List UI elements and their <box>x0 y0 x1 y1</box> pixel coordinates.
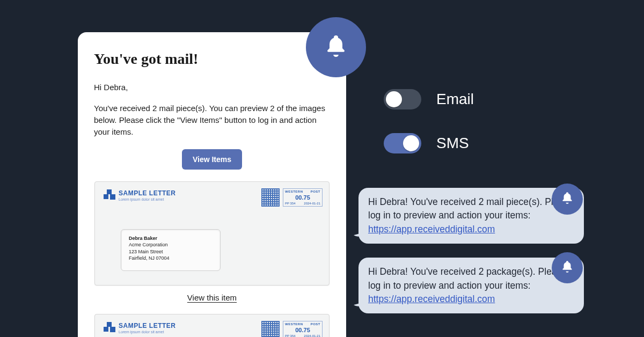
mail-envelope-preview: SAMPLE LETTER Lorem ipsum dolor sit amet… <box>94 181 330 285</box>
recipient-name: Debra Baker <box>129 235 213 241</box>
envelope-address-window: Debra Baker Acme Corporation 123 Main St… <box>121 229 221 271</box>
email-toggle-label: Email <box>436 91 474 108</box>
sms-text: Hi Debra! You've received 2 mail piece(s… <box>368 196 574 221</box>
bell-icon <box>560 260 574 276</box>
view-this-item-link[interactable]: View this item <box>187 293 237 302</box>
postage-date: 2024-01-21 <box>304 202 320 205</box>
envelope-sender-logo: SAMPLE LETTER Lorem ipsum dolor sit amet <box>104 189 176 201</box>
email-body-text: You've received 2 mail piece(s). You can… <box>94 102 330 137</box>
recipient-city: Fairfield, NJ 07004 <box>129 255 213 261</box>
sender-logo-title: SAMPLE LETTER <box>119 190 176 196</box>
recipient-company: Acme Corporation <box>129 241 213 248</box>
email-toggle[interactable] <box>384 89 421 109</box>
sender-logo-icon <box>104 189 115 201</box>
email-title: You've got mail! <box>94 50 330 68</box>
notification-bell-badge <box>306 17 366 77</box>
postage-carrier-left: WESTERN <box>285 190 303 193</box>
postage-price: 00.75 <box>285 327 320 333</box>
sms-link[interactable]: https://app.receiveddigital.com <box>368 224 495 235</box>
postage-carrier-right: POST <box>311 190 320 193</box>
postage-price: 00.75 <box>285 194 320 201</box>
sms-text: Hi Debra! You've received 2 package(s). … <box>368 266 567 290</box>
sms-link[interactable]: https://app.receiveddigital.com <box>368 294 495 304</box>
mail-envelope-preview: SAMPLE LETTER Lorem ipsum dolor sit amet… <box>94 314 330 337</box>
postage-stamp: WESTERN POST 00.75 PP 354 2024-01-21 <box>283 321 323 337</box>
sms-message-bubble: Hi Debra! You've received 2 package(s). … <box>358 258 584 313</box>
sender-logo-icon <box>104 322 115 334</box>
sms-toggle-row: SMS <box>384 133 474 153</box>
postage-code: PP 354 <box>285 202 296 205</box>
postage-date: 2024-01-21 <box>304 334 320 337</box>
sms-toggle[interactable] <box>384 133 421 153</box>
envelope-sender-logo: SAMPLE LETTER Lorem ipsum dolor sit amet <box>104 322 176 334</box>
notification-bell-badge <box>552 184 583 215</box>
email-preview-card: You've got mail! Hi Debra, You've receiv… <box>78 32 346 337</box>
recipient-street: 123 Main Street <box>129 248 213 255</box>
sender-logo-subtitle: Lorem ipsum dolor sit amet <box>119 197 176 201</box>
postage-stamp: WESTERN POST 00.75 PP 354 2024-01-21 <box>283 188 323 207</box>
envelope-postage-area: WESTERN POST 00.75 PP 354 2024-01-21 <box>261 321 323 337</box>
sender-logo-title: SAMPLE LETTER <box>119 323 176 329</box>
sender-logo-subtitle: Lorem ipsum dolor sit amet <box>119 330 176 334</box>
email-toggle-row: Email <box>384 89 474 109</box>
sms-toggle-label: SMS <box>436 135 469 152</box>
bell-icon <box>560 191 574 207</box>
email-greeting: Hi Debra, <box>94 83 330 92</box>
sms-message-bubble: Hi Debra! You've received 2 mail piece(s… <box>358 188 584 244</box>
qr-code-icon <box>261 188 280 207</box>
bell-icon <box>323 33 349 61</box>
qr-code-icon <box>261 321 280 337</box>
postage-carrier-left: WESTERN <box>285 323 303 326</box>
postage-code: PP 354 <box>285 334 296 337</box>
notification-toggles: Email SMS <box>384 89 474 177</box>
notification-bell-badge <box>552 252 583 283</box>
postage-carrier-right: POST <box>311 323 320 326</box>
view-items-button[interactable]: View Items <box>182 149 242 170</box>
envelope-postage-area: WESTERN POST 00.75 PP 354 2024-01-21 <box>261 188 323 207</box>
